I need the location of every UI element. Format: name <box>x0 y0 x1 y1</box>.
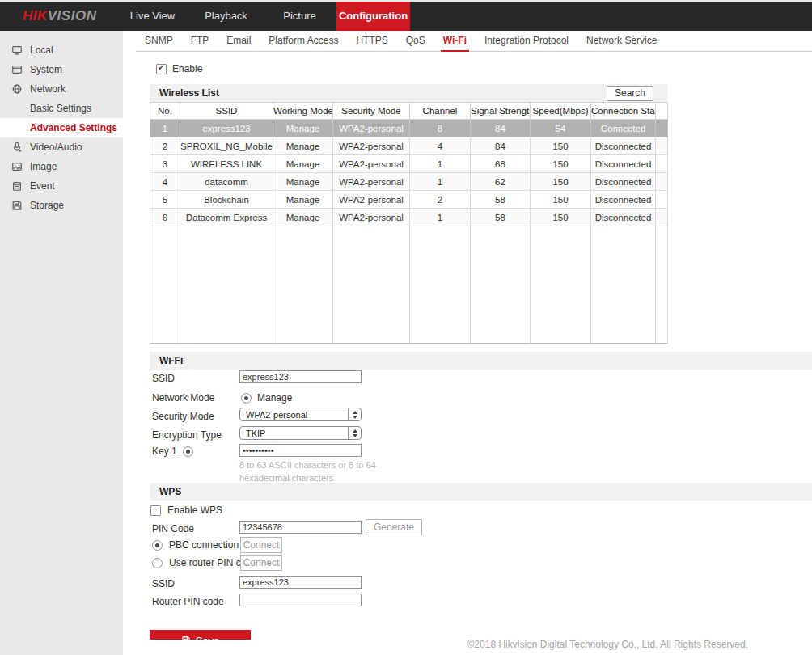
table-cell[interactable]: 84 <box>471 137 531 155</box>
table-cell[interactable]: WIRELESS LINK <box>180 155 273 173</box>
table-cell[interactable] <box>656 191 668 209</box>
manage-radio[interactable] <box>241 393 252 404</box>
table-row-sproxil-ng-mobile[interactable]: 2SPROXIL_NG_MobileManageWPA2-personal484… <box>150 137 668 155</box>
sidebar-item-local[interactable]: Local <box>0 40 123 60</box>
table-row-blockchain[interactable]: 5BlockchainManageWPA2-personal258150Disc… <box>150 191 668 209</box>
table-cell[interactable]: Disconnected <box>591 191 656 209</box>
enable-wps-checkbox[interactable] <box>150 505 161 516</box>
table-cell[interactable]: Disconnected <box>591 155 656 173</box>
tab-network-service[interactable]: Network Service <box>577 31 666 51</box>
table-cell[interactable]: 8 <box>410 120 471 137</box>
encryption-type-select[interactable]: TKIP <box>239 426 362 440</box>
table-cell[interactable]: WPA2-personal <box>333 137 410 155</box>
router-pin-connect-button[interactable]: Connect <box>240 555 282 571</box>
table-cell[interactable] <box>656 209 668 226</box>
table-row-wireless-link[interactable]: 3WIRELESS LINKManageWPA2-personal168150D… <box>150 155 668 173</box>
nav-item-live-view[interactable]: Live View <box>116 2 189 31</box>
table-cell[interactable]: WPA2-personal <box>333 191 410 209</box>
table-cell[interactable]: Manage <box>273 155 333 173</box>
table-cell[interactable]: 150 <box>531 155 591 173</box>
tab-email[interactable]: Email <box>218 31 260 51</box>
table-cell[interactable]: 1 <box>410 155 471 173</box>
table-cell[interactable]: Manage <box>273 209 333 226</box>
table-cell[interactable]: 4 <box>410 137 471 155</box>
table-cell[interactable]: 5 <box>150 191 180 209</box>
table-cell[interactable]: Manage <box>273 173 333 191</box>
table-cell[interactable]: WPA2-personal <box>333 173 410 191</box>
enable-wifi-checkbox[interactable] <box>156 64 167 74</box>
router-pin-code-input[interactable] <box>239 594 362 606</box>
table-cell[interactable]: 150 <box>531 191 591 209</box>
tab-qos[interactable]: QoS <box>397 31 434 51</box>
table-cell[interactable]: WPA2-personal <box>333 209 410 226</box>
table-cell[interactable]: 54 <box>531 120 591 137</box>
nav-item-configuration[interactable]: Configuration <box>336 2 410 31</box>
table-cell[interactable]: Datacomm Express <box>180 209 273 226</box>
table-cell[interactable]: WPA2-personal <box>333 155 410 173</box>
tab-ftp[interactable]: FTP <box>182 31 218 51</box>
table-row-datacomm-express[interactable]: 6Datacomm ExpressManageWPA2-personal1581… <box>150 209 668 226</box>
table-cell[interactable]: 6 <box>150 209 180 226</box>
nav-item-playback[interactable]: Playback <box>189 2 263 31</box>
table-cell[interactable]: 4 <box>150 173 180 191</box>
key1-password-input[interactable] <box>239 444 362 457</box>
sidebar-item-basic-settings[interactable]: Basic Settings <box>0 99 123 118</box>
table-cell[interactable]: SPROXIL_NG_Mobile <box>180 137 273 155</box>
tab-https[interactable]: HTTPS <box>347 31 396 51</box>
table-cell[interactable] <box>656 137 668 155</box>
table-cell[interactable]: 3 <box>150 155 180 173</box>
generate-button[interactable]: Generate <box>366 519 422 535</box>
tab-snmp[interactable]: SNMP <box>136 31 182 51</box>
pin-code-input[interactable] <box>239 521 362 534</box>
ssid-input[interactable] <box>239 370 362 383</box>
save-button[interactable]: Save <box>150 630 251 640</box>
table-cell[interactable]: 84 <box>471 120 531 137</box>
nav-item-picture[interactable]: Picture <box>263 2 336 31</box>
table-cell[interactable]: Connected <box>591 120 656 137</box>
key1-radio[interactable] <box>183 446 193 457</box>
sidebar-item-advanced-settings[interactable]: Advanced Settings <box>0 118 123 137</box>
table-cell[interactable]: Manage <box>273 137 333 155</box>
table-cell[interactable] <box>656 120 668 137</box>
security-mode-select[interactable]: WPA2-personal <box>239 408 362 421</box>
table-cell[interactable]: express123 <box>180 120 273 137</box>
sidebar-item-network[interactable]: Network <box>0 79 123 99</box>
table-cell[interactable]: 150 <box>531 137 591 155</box>
sidebar-item-video-audio[interactable]: Video/Audio <box>0 137 123 157</box>
pbc-connect-button[interactable]: Connect <box>240 537 282 553</box>
table-row-datacomm[interactable]: 4datacommManageWPA2-personal162150Discon… <box>150 173 668 191</box>
table-cell[interactable]: 58 <box>471 209 531 226</box>
table-cell[interactable] <box>656 155 668 173</box>
sidebar-item-event[interactable]: Event <box>0 176 123 196</box>
sidebar-item-system[interactable]: System <box>0 60 123 79</box>
tab-integration-protocol[interactable]: Integration Protocol <box>476 31 577 51</box>
table-cell[interactable]: WPA2-personal <box>333 120 410 137</box>
table-cell[interactable]: 1 <box>150 120 180 137</box>
table-cell[interactable]: 2 <box>410 191 471 209</box>
sidebar-item-storage[interactable]: Storage <box>0 196 123 215</box>
tab-platform-access[interactable]: Platform Access <box>260 31 347 51</box>
table-cell[interactable]: datacomm <box>180 173 273 191</box>
table-cell[interactable]: 1 <box>410 173 471 191</box>
wps-ssid-input[interactable] <box>239 576 362 589</box>
table-cell[interactable]: 2 <box>150 137 180 155</box>
table-cell[interactable]: 150 <box>531 173 591 191</box>
table-cell[interactable]: Manage <box>273 120 333 137</box>
tab-wi-fi[interactable]: Wi-Fi <box>434 31 476 51</box>
table-cell[interactable]: 68 <box>471 155 531 173</box>
table-cell[interactable]: Disconnected <box>591 137 656 155</box>
table-cell[interactable]: Manage <box>273 191 333 209</box>
table-cell[interactable]: 1 <box>410 209 471 226</box>
use-router-pin-radio[interactable] <box>152 558 163 568</box>
table-cell[interactable]: Disconnected <box>591 209 656 226</box>
table-cell[interactable]: 150 <box>531 209 591 226</box>
table-cell[interactable] <box>656 173 668 191</box>
table-cell[interactable]: Disconnected <box>591 173 656 191</box>
table-cell[interactable]: 58 <box>471 191 531 209</box>
sidebar-item-image[interactable]: Image <box>0 157 123 176</box>
table-cell[interactable]: Blockchain <box>180 191 273 209</box>
pbc-radio[interactable] <box>152 540 163 551</box>
table-cell[interactable]: 62 <box>471 173 531 191</box>
search-button[interactable]: Search <box>607 86 653 101</box>
table-row-express123[interactable]: 1express123ManageWPA2-personal88454Conne… <box>150 120 668 137</box>
